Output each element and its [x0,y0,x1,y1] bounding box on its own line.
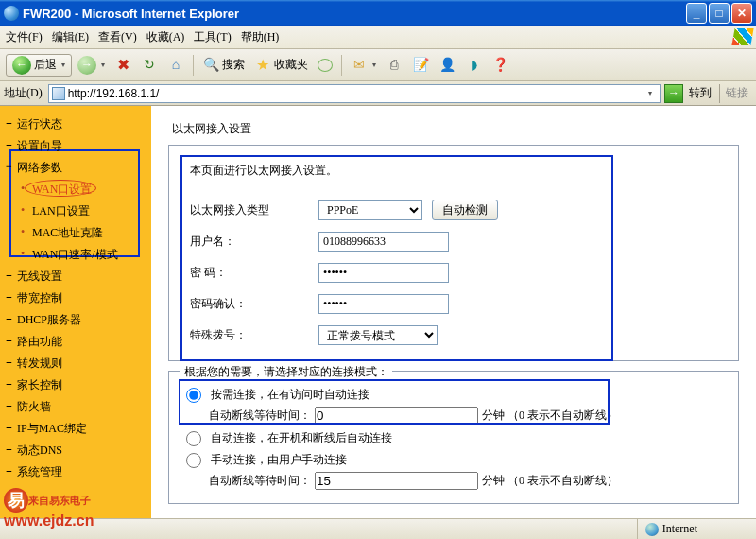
wan-type-label: 以太网接入类型 [190,202,318,218]
sidebar-item[interactable]: 防火墙 [0,396,151,418]
conn-auto-radio[interactable] [186,431,201,446]
sidebar-item[interactable]: WAN口速率/模式 [0,244,151,266]
page-description: 本页面进行以太网接入设置。 [190,163,717,179]
wait1-input[interactable] [315,407,478,425]
chevron-down-icon[interactable]: ▾ [643,89,657,97]
sidebar-item[interactable]: 转发规则 [0,353,151,374]
menu-tools[interactable]: 工具(T) [194,29,231,45]
menubar: 文件(F) 编辑(E) 查看(V) 收藏(A) 工具(T) 帮助(H) [0,26,756,49]
sidebar-item[interactable]: DHCP服务器 [0,309,151,331]
sidebar-item[interactable]: 动态DNS [0,440,151,461]
page-title: 以太网接入设置 [168,117,739,145]
conn-auto-label: 自动连接，在开机和断线后自动连接 [211,430,392,446]
minimize-button[interactable]: _ [686,3,707,24]
auto-detect-button[interactable]: 自动检测 [432,200,498,220]
username-label: 用户名： [190,234,318,250]
sidebar-item[interactable]: IP与MAC绑定 [0,418,151,440]
back-icon: ← [12,56,31,75]
print-icon: ⎙ [386,57,403,74]
globe-icon [645,523,659,536]
star-icon: ★ [254,57,271,74]
window-titlebar: FWR200 - Microsoft Internet Explorer _ □… [0,0,756,26]
mail-button[interactable]: ✉▾ [347,54,380,77]
search-button[interactable]: 🔍 搜索 [198,54,249,77]
address-bar: 地址(D) http://192.168.1.1/ ▾ → 转到 链接 [0,81,756,106]
sidebar-item[interactable]: 家长控制 [0,374,151,396]
address-field[interactable]: http://192.168.1.1/ ▾ [48,84,661,103]
selection-ring [25,180,96,197]
messenger-icon: 👤 [438,57,455,74]
address-url: http://192.168.1.1/ [68,87,640,100]
main-pane: 以太网接入设置 本页面进行以太网接入设置。 以太网接入类型 PPPoE 自动检测… [151,106,756,518]
toolbar: ← 后退 ▾ → ▾ ✖ ↻ ⌂ 🔍 搜索 ★ 收藏夹 ✉▾ ⎙ 📝 👤 ◗ ❓ [0,49,756,81]
forward-icon: → [77,56,96,75]
wait1-label: 自动断线等待时间： [209,408,311,424]
research-button[interactable]: ◗ [461,54,486,77]
zone-label: Internet [662,522,697,536]
menu-edit[interactable]: 编辑(E) [52,29,89,45]
stop-icon: ✖ [114,57,131,74]
menu-file[interactable]: 文件(F) [6,29,43,45]
security-zone[interactable]: Internet [637,519,750,539]
history-icon [318,59,333,72]
special-dial-select[interactable]: 正常拨号模式 [318,325,438,345]
chevron-down-icon: ▾ [61,61,65,69]
messenger-button[interactable]: 👤 [435,54,459,77]
menu-view[interactable]: 查看(V) [98,29,137,45]
wait1-unit: 分钟 （0 表示不自动断线） [482,408,618,424]
menu-help[interactable]: 帮助(H) [241,29,280,45]
refresh-button[interactable]: ↻ [137,54,162,77]
refresh-icon: ↻ [141,57,158,74]
home-icon: ⌂ [167,57,184,74]
sidebar-item[interactable]: 系统管理 [0,461,151,483]
windows-flag-icon [731,28,753,45]
home-button[interactable]: ⌂ [163,54,188,77]
go-button[interactable]: → [664,84,683,103]
menu-favorites[interactable]: 收藏(A) [146,29,185,45]
edit-button[interactable]: 📝 [408,54,433,77]
edit-icon: 📝 [412,57,429,74]
conn-mode-legend: 根据您的需要，请选择对应的连接模式： [180,364,392,380]
sidebar-item[interactable]: 带宽控制 [0,287,151,309]
search-label: 搜索 [222,57,245,73]
settings-fieldset: 本页面进行以太网接入设置。 以太网接入类型 PPPoE 自动检测 用户名： 密 … [168,145,739,361]
password-confirm-label: 密码确认： [190,296,318,312]
sidebar-item[interactable]: 网络参数 [0,157,151,179]
status-bar: Internet [0,518,756,539]
sidebar-item[interactable]: 设置向导 [0,135,151,157]
wan-type-select[interactable]: PPPoE [318,200,422,220]
sidebar-item[interactable]: WAN口设置 [0,179,151,200]
links-label[interactable]: 链接 [726,85,748,101]
forward-button[interactable]: → ▾ [74,54,109,77]
password-confirm-input[interactable] [318,294,449,314]
separator [719,84,720,103]
special-dial-label: 特殊拨号： [190,327,318,343]
sidebar-item[interactable]: 运行状态 [0,113,151,135]
conn-ondemand-label: 按需连接，在有访问时自动连接 [211,387,369,403]
stop-button[interactable]: ✖ [111,54,135,77]
search-icon: 🔍 [202,57,219,74]
sidebar-item[interactable]: LAN口设置 [0,200,151,222]
conn-manual-radio[interactable] [186,453,201,468]
wait3-input[interactable] [315,472,478,490]
sidebar-item[interactable]: MAC地址克隆 [0,222,151,244]
print-button[interactable]: ⎙ [382,54,406,77]
help-button[interactable]: ❓ [488,54,512,77]
back-button[interactable]: ← 后退 ▾ [6,54,72,77]
maximize-button[interactable]: □ [709,3,730,24]
password-input[interactable] [318,263,449,283]
history-button[interactable] [314,54,336,77]
conn-ondemand-radio[interactable] [186,388,201,403]
chevron-down-icon: ▾ [101,61,105,69]
moon-icon: ◗ [465,57,482,74]
favorites-button[interactable]: ★ 收藏夹 [250,54,312,77]
close-button[interactable]: ✕ [731,3,752,24]
address-label: 地址(D) [4,85,43,101]
sidebar: 运行状态设置向导网络参数WAN口设置LAN口设置MAC地址克隆WAN口速率/模式… [0,106,151,518]
username-input[interactable] [318,232,449,252]
sidebar-item[interactable]: 无线设置 [0,266,151,287]
go-label[interactable]: 转到 [689,85,712,101]
sidebar-item[interactable]: 路由功能 [0,331,151,353]
mail-icon: ✉ [351,57,368,74]
wait3-unit: 分钟 （0 表示不自动断线） [482,473,618,489]
